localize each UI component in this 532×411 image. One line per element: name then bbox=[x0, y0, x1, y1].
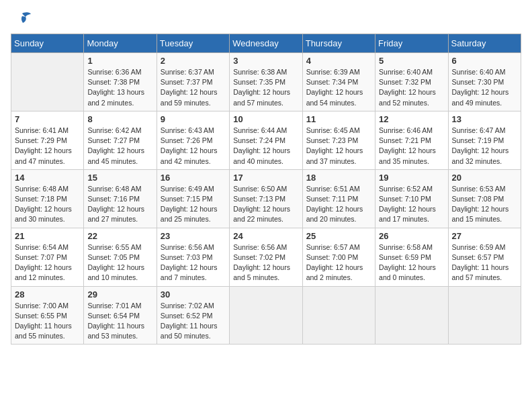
calendar-table: SundayMondayTuesdayWednesdayThursdayFrid… bbox=[11, 34, 521, 345]
day-info: Sunrise: 6:39 AMSunset: 7:34 PMDaylight:… bbox=[306, 67, 371, 108]
day-number: 19 bbox=[379, 173, 444, 183]
day-number: 18 bbox=[306, 173, 371, 183]
day-number: 15 bbox=[87, 173, 152, 183]
table-row: 14Sunrise: 6:48 AMSunset: 7:18 PMDayligh… bbox=[11, 169, 84, 228]
table-row: 26Sunrise: 6:58 AMSunset: 6:59 PMDayligh… bbox=[375, 228, 448, 286]
day-number: 6 bbox=[452, 56, 517, 66]
table-row: 11Sunrise: 6:45 AMSunset: 7:23 PMDayligh… bbox=[302, 111, 375, 169]
day-info: Sunrise: 6:45 AMSunset: 7:23 PMDaylight:… bbox=[306, 126, 371, 167]
header-saturday: Saturday bbox=[448, 34, 521, 53]
day-info: Sunrise: 6:58 AMSunset: 6:59 PMDaylight:… bbox=[379, 242, 444, 283]
day-info: Sunrise: 6:52 AMSunset: 7:10 PMDaylight:… bbox=[379, 184, 444, 225]
table-row: 9Sunrise: 6:43 AMSunset: 7:26 PMDaylight… bbox=[157, 111, 229, 169]
day-info: Sunrise: 6:37 AMSunset: 7:37 PMDaylight:… bbox=[161, 67, 226, 108]
weekday-header-row: SundayMondayTuesdayWednesdayThursdayFrid… bbox=[11, 34, 521, 53]
day-info: Sunrise: 6:51 AMSunset: 7:11 PMDaylight:… bbox=[306, 184, 371, 225]
table-row: 24Sunrise: 6:56 AMSunset: 7:02 PMDayligh… bbox=[230, 228, 302, 286]
day-number: 11 bbox=[306, 114, 371, 124]
day-info: Sunrise: 6:50 AMSunset: 7:13 PMDaylight:… bbox=[233, 184, 298, 225]
day-number: 29 bbox=[87, 289, 152, 300]
table-row: 4Sunrise: 6:39 AMSunset: 7:34 PMDaylight… bbox=[302, 53, 375, 111]
table-row: 12Sunrise: 6:46 AMSunset: 7:21 PMDayligh… bbox=[375, 111, 448, 169]
day-number: 14 bbox=[15, 173, 80, 183]
day-info: Sunrise: 6:54 AMSunset: 7:07 PMDaylight:… bbox=[15, 242, 80, 283]
day-number: 10 bbox=[233, 114, 298, 124]
table-row: 8Sunrise: 6:42 AMSunset: 7:27 PMDaylight… bbox=[84, 111, 157, 169]
day-number: 21 bbox=[15, 231, 80, 241]
day-number: 8 bbox=[87, 114, 152, 124]
day-info: Sunrise: 6:38 AMSunset: 7:35 PMDaylight:… bbox=[233, 67, 298, 108]
table-row: 2Sunrise: 6:37 AMSunset: 7:37 PMDaylight… bbox=[157, 53, 229, 111]
day-number: 9 bbox=[161, 114, 226, 124]
table-row bbox=[375, 286, 448, 345]
header-friday: Friday bbox=[375, 34, 448, 53]
table-row bbox=[11, 53, 84, 111]
day-info: Sunrise: 6:42 AMSunset: 7:27 PMDaylight:… bbox=[87, 126, 152, 167]
week-row-1: 1Sunrise: 6:36 AMSunset: 7:38 PMDaylight… bbox=[11, 53, 521, 111]
week-row-3: 14Sunrise: 6:48 AMSunset: 7:18 PMDayligh… bbox=[11, 169, 521, 228]
day-number: 20 bbox=[452, 173, 517, 183]
week-row-5: 28Sunrise: 7:00 AMSunset: 6:55 PMDayligh… bbox=[11, 286, 521, 345]
day-number: 12 bbox=[379, 114, 444, 124]
day-info: Sunrise: 7:02 AMSunset: 6:52 PMDaylight:… bbox=[161, 301, 226, 342]
day-number: 27 bbox=[452, 231, 517, 241]
header bbox=[11, 11, 521, 27]
day-info: Sunrise: 6:56 AMSunset: 7:03 PMDaylight:… bbox=[161, 242, 226, 283]
header-wednesday: Wednesday bbox=[230, 34, 302, 53]
table-row: 15Sunrise: 6:48 AMSunset: 7:16 PMDayligh… bbox=[84, 169, 157, 228]
table-row bbox=[448, 286, 521, 345]
table-row: 21Sunrise: 6:54 AMSunset: 7:07 PMDayligh… bbox=[11, 228, 84, 286]
table-row: 16Sunrise: 6:49 AMSunset: 7:15 PMDayligh… bbox=[157, 169, 229, 228]
day-number: 3 bbox=[233, 56, 298, 66]
table-row: 19Sunrise: 6:52 AMSunset: 7:10 PMDayligh… bbox=[375, 169, 448, 228]
header-sunday: Sunday bbox=[11, 34, 84, 53]
day-number: 28 bbox=[15, 289, 80, 300]
day-info: Sunrise: 6:46 AMSunset: 7:21 PMDaylight:… bbox=[379, 126, 444, 167]
day-info: Sunrise: 6:59 AMSunset: 6:57 PMDaylight:… bbox=[452, 242, 517, 283]
table-row: 10Sunrise: 6:44 AMSunset: 7:24 PMDayligh… bbox=[230, 111, 302, 169]
day-info: Sunrise: 6:56 AMSunset: 7:02 PMDaylight:… bbox=[233, 242, 298, 283]
day-info: Sunrise: 6:55 AMSunset: 7:05 PMDaylight:… bbox=[87, 242, 152, 283]
day-info: Sunrise: 6:44 AMSunset: 7:24 PMDaylight:… bbox=[233, 126, 298, 167]
day-number: 16 bbox=[161, 173, 226, 183]
day-number: 4 bbox=[306, 56, 371, 66]
day-number: 22 bbox=[87, 231, 152, 241]
table-row: 25Sunrise: 6:57 AMSunset: 7:00 PMDayligh… bbox=[302, 228, 375, 286]
day-info: Sunrise: 6:48 AMSunset: 7:18 PMDaylight:… bbox=[15, 184, 80, 225]
day-number: 2 bbox=[161, 56, 226, 66]
header-tuesday: Tuesday bbox=[157, 34, 229, 53]
week-row-2: 7Sunrise: 6:41 AMSunset: 7:29 PMDaylight… bbox=[11, 111, 521, 169]
day-info: Sunrise: 6:43 AMSunset: 7:26 PMDaylight:… bbox=[161, 126, 226, 167]
day-info: Sunrise: 6:47 AMSunset: 7:19 PMDaylight:… bbox=[452, 126, 517, 167]
header-thursday: Thursday bbox=[302, 34, 375, 53]
day-number: 5 bbox=[379, 56, 444, 66]
day-info: Sunrise: 6:48 AMSunset: 7:16 PMDaylight:… bbox=[87, 184, 152, 225]
table-row: 13Sunrise: 6:47 AMSunset: 7:19 PMDayligh… bbox=[448, 111, 521, 169]
day-info: Sunrise: 6:57 AMSunset: 7:00 PMDaylight:… bbox=[306, 242, 371, 283]
table-row: 27Sunrise: 6:59 AMSunset: 6:57 PMDayligh… bbox=[448, 228, 521, 286]
table-row: 28Sunrise: 7:00 AMSunset: 6:55 PMDayligh… bbox=[11, 286, 84, 345]
week-row-4: 21Sunrise: 6:54 AMSunset: 7:07 PMDayligh… bbox=[11, 228, 521, 286]
table-row bbox=[230, 286, 302, 345]
day-info: Sunrise: 7:00 AMSunset: 6:55 PMDaylight:… bbox=[15, 301, 80, 342]
day-info: Sunrise: 6:49 AMSunset: 7:15 PMDaylight:… bbox=[161, 184, 226, 225]
day-number: 23 bbox=[161, 231, 226, 241]
day-number: 1 bbox=[87, 56, 152, 66]
day-info: Sunrise: 7:01 AMSunset: 6:54 PMDaylight:… bbox=[87, 301, 152, 342]
table-row: 22Sunrise: 6:55 AMSunset: 7:05 PMDayligh… bbox=[84, 228, 157, 286]
day-number: 13 bbox=[452, 114, 517, 124]
day-info: Sunrise: 6:41 AMSunset: 7:29 PMDaylight:… bbox=[15, 126, 80, 167]
table-row: 6Sunrise: 6:40 AMSunset: 7:30 PMDaylight… bbox=[448, 53, 521, 111]
day-info: Sunrise: 6:40 AMSunset: 7:30 PMDaylight:… bbox=[452, 67, 517, 108]
logo bbox=[11, 11, 32, 27]
table-row: 30Sunrise: 7:02 AMSunset: 6:52 PMDayligh… bbox=[157, 286, 229, 345]
table-row: 7Sunrise: 6:41 AMSunset: 7:29 PMDaylight… bbox=[11, 111, 84, 169]
day-number: 25 bbox=[306, 231, 371, 241]
table-row: 1Sunrise: 6:36 AMSunset: 7:38 PMDaylight… bbox=[84, 53, 157, 111]
table-row: 20Sunrise: 6:53 AMSunset: 7:08 PMDayligh… bbox=[448, 169, 521, 228]
header-monday: Monday bbox=[84, 34, 157, 53]
table-row: 29Sunrise: 7:01 AMSunset: 6:54 PMDayligh… bbox=[84, 286, 157, 345]
day-number: 26 bbox=[379, 231, 444, 241]
day-info: Sunrise: 6:36 AMSunset: 7:38 PMDaylight:… bbox=[87, 67, 152, 108]
table-row: 23Sunrise: 6:56 AMSunset: 7:03 PMDayligh… bbox=[157, 228, 229, 286]
